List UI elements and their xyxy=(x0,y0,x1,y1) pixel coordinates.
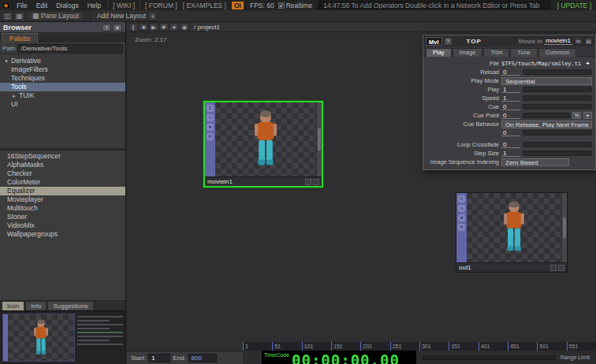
tab-icon[interactable]: Icon xyxy=(2,301,24,310)
start-input[interactable]: 1 xyxy=(148,354,170,362)
tree-item-derivative[interactable]: ▾ Derivative xyxy=(0,57,125,65)
indexing-dropdown[interactable]: Zero Based xyxy=(501,158,569,166)
list-item[interactable]: Checker xyxy=(0,169,125,178)
node-flag[interactable] xyxy=(313,179,319,185)
speed-slider[interactable] xyxy=(523,95,592,101)
extra-field[interactable]: 0 xyxy=(501,129,520,136)
cue-field[interactable]: 0 xyxy=(501,103,520,110)
list-item[interactable]: 16StepSequencer xyxy=(0,152,125,161)
timeline-scrollbar[interactable] xyxy=(423,355,556,360)
node-flag[interactable] xyxy=(550,265,557,271)
wave-icon[interactable]: ∿ xyxy=(458,205,465,212)
cross-icon[interactable]: ✛ xyxy=(207,133,214,140)
tab-trim[interactable]: Trim xyxy=(483,48,509,57)
pane-split-icon[interactable]: ▦ xyxy=(14,12,24,20)
step-size-field[interactable]: 1 xyxy=(501,150,520,157)
timeline-ruler[interactable]: 1 51 101 151 201 251 301 351 401 451 501… xyxy=(243,341,596,351)
node-viewer[interactable] xyxy=(467,193,561,262)
stop-icon[interactable]: ■ xyxy=(139,23,148,31)
examples-link[interactable]: [ EXAMPLES ] xyxy=(181,2,229,9)
speed-field[interactable]: 1 xyxy=(501,95,520,102)
add-icon[interactable]: ✚ xyxy=(159,23,169,31)
tree-item-tools[interactable]: Tools xyxy=(0,83,125,91)
node-output-strip[interactable] xyxy=(561,193,567,262)
play-icon[interactable]: ▶ xyxy=(149,23,158,31)
node-output-strip[interactable] xyxy=(316,102,322,176)
camera-icon[interactable]: ◉ xyxy=(180,23,189,31)
close-icon[interactable]: ✕ xyxy=(113,24,122,32)
realtime-checkbox[interactable]: ✓ xyxy=(278,2,285,9)
node-flag[interactable] xyxy=(558,265,564,271)
tree-item-techniques[interactable]: Techniques xyxy=(0,74,125,83)
play-mode-dropdown[interactable]: Sequential xyxy=(501,77,592,85)
chevron-right-icon[interactable]: ▸ xyxy=(11,91,17,100)
list-item[interactable]: Movieplayer xyxy=(0,195,125,204)
tree-item-ui[interactable]: UI xyxy=(0,100,125,109)
node-flag[interactable] xyxy=(305,179,311,185)
tab-suggestions[interactable]: Suggestions xyxy=(47,301,93,310)
tab-play[interactable]: Play xyxy=(426,48,452,57)
list-item[interactable]: Multitouch xyxy=(0,204,125,213)
oi-toggle-button[interactable]: OI xyxy=(232,2,244,9)
add-new-layout[interactable]: Add New Layout + xyxy=(97,12,157,20)
list-item[interactable]: Wallpapergroups xyxy=(0,230,125,239)
page-icon[interactable]: ▤ xyxy=(584,37,593,45)
help-icon[interactable]: ? xyxy=(444,37,453,46)
dot-icon[interactable]: ● xyxy=(207,124,214,131)
update-button[interactable]: [ UPDATE ] xyxy=(554,2,594,9)
loop-crossfade-field[interactable]: 0 xyxy=(501,141,520,148)
breadcrumb[interactable]: / project1 xyxy=(194,24,220,31)
help-icon[interactable]: ? xyxy=(102,24,111,32)
list-item[interactable]: VideoMix xyxy=(0,221,125,230)
end-input[interactable]: 600 xyxy=(188,354,217,362)
unit-menu-icon[interactable]: ▾ xyxy=(583,112,592,119)
tree-item-imagefilters[interactable]: ImageFilters xyxy=(0,65,125,74)
pane-layout-dropdown[interactable]: ▦ Pane Layout xyxy=(28,11,84,20)
list-item[interactable]: ColorMeter xyxy=(0,178,125,187)
viewer-toggle-icon[interactable]: ≡ xyxy=(458,195,465,202)
cue-point-field[interactable]: 0 xyxy=(501,112,520,119)
cue-slider[interactable] xyxy=(523,104,592,110)
node-name-input[interactable]: moviein1 xyxy=(544,37,572,45)
tree-item-tuik[interactable]: ▸ TUIK xyxy=(0,91,125,100)
forum-link[interactable]: [ FORUM ] xyxy=(143,2,180,9)
extra-slider[interactable] xyxy=(523,130,592,136)
path-input[interactable]: /Derivative/Tools xyxy=(17,44,123,53)
percent-icon[interactable]: % xyxy=(572,112,581,119)
menu-file[interactable]: File xyxy=(13,2,32,9)
viewer-toggle-icon[interactable]: ≡ xyxy=(207,105,214,112)
comment-icon[interactable]: ✉ xyxy=(574,37,583,45)
tab-info[interactable]: Info xyxy=(25,301,47,310)
tab-palette[interactable]: Palette xyxy=(2,33,38,43)
menu-help[interactable]: Help xyxy=(84,2,105,9)
add-layout-plus-icon[interactable]: + xyxy=(148,12,157,20)
node-out1[interactable]: ≡ ∿ ● ✛ out1 xyxy=(456,192,568,273)
wave-icon[interactable]: ∿ xyxy=(207,114,214,121)
play-toggle-field[interactable]: 1 xyxy=(501,86,520,93)
realtime-toggle[interactable]: ✓ Realtime xyxy=(278,2,313,9)
wiki-link[interactable]: [ WIKI ] xyxy=(110,2,137,9)
node-moviein1[interactable]: ≡ ∿ ● ✛ moviein xyxy=(203,101,323,188)
cue-point-slider[interactable] xyxy=(523,113,570,118)
pane-single-icon[interactable]: ◫ xyxy=(2,12,13,20)
chevron-down-icon[interactable]: ▾ xyxy=(3,57,9,65)
tab-tune[interactable]: Tune xyxy=(510,48,538,57)
list-item[interactable]: AlphaMasks xyxy=(0,161,125,169)
file-path-field[interactable]: $TFS/touch/Map/smiley.tif xyxy=(501,61,581,67)
loop-crossfade-slider[interactable] xyxy=(523,142,592,147)
reload-slider[interactable] xyxy=(523,69,592,75)
plus-icon[interactable]: + xyxy=(583,60,592,67)
reload-field[interactable]: 0 xyxy=(501,69,520,76)
list-item[interactable]: Stoner xyxy=(0,213,125,221)
pause-icon[interactable]: ∥ xyxy=(129,23,138,31)
dot-icon[interactable]: ● xyxy=(458,214,465,221)
play-slider[interactable] xyxy=(523,87,592,92)
tab-image[interactable]: Image xyxy=(453,48,483,57)
menu-edit[interactable]: Edit xyxy=(32,2,52,9)
menu-dialogs[interactable]: Dialogs xyxy=(52,2,82,9)
tab-common[interactable]: Common xyxy=(538,48,576,57)
star-icon[interactable]: ★ xyxy=(169,23,179,31)
cue-behavior-dropdown[interactable]: On Release, Play Next Frame xyxy=(501,121,592,128)
cross-icon[interactable]: ✛ xyxy=(458,224,465,231)
step-size-slider[interactable] xyxy=(523,150,592,156)
